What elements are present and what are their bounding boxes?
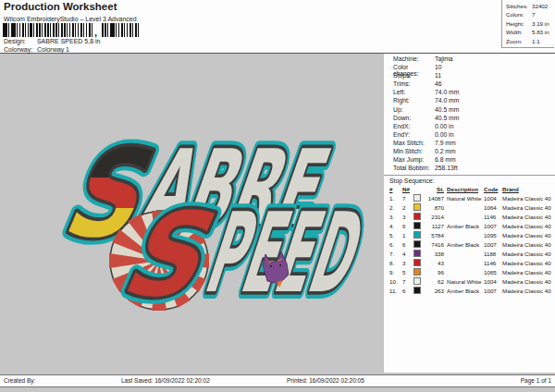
machine-info-list: Machine:Tajima Color changes:10 Stops:11… <box>384 54 555 173</box>
max-stitch-value: 7.9 mm <box>435 140 456 148</box>
col-needle: N# <box>402 186 413 192</box>
design-name: SABRE SPEED 5,8 in <box>37 38 100 44</box>
thread-swatch <box>413 259 421 266</box>
left-value: 74.0 mm <box>435 89 459 97</box>
left-label: Left: <box>393 89 435 97</box>
trims-value: 46 <box>435 80 442 89</box>
color-changes-value: 10 <box>435 64 442 72</box>
stop-sequence-title: Stop Sequence: <box>384 175 555 185</box>
width-value: 5.83 in <box>532 29 549 37</box>
table-row: 6.67416Amber Black1007Madeira Classic 40 <box>384 239 555 249</box>
software-subtitle: Wilcom EmbroideryStudio – Level 3 Advanc… <box>4 16 137 22</box>
design-meta-row: Design: SABRE SPEED 5,8 in <box>4 38 100 44</box>
page-title: Production Worksheet <box>4 1 117 12</box>
height-value: 3.19 in <box>532 20 549 29</box>
height-label: Height: <box>506 20 532 29</box>
embroidery-design-svg: S ABRE S ABRE S ABRE <box>0 53 384 373</box>
table-row: 1.714087Natural White1004Madeira Classic… <box>384 193 555 202</box>
endy-value: 0.00 in <box>435 131 453 140</box>
colorway-meta-row: Colorway: Colorway 1 <box>4 46 69 53</box>
machine-value: Tajima <box>435 55 453 64</box>
down-label: Down: <box>393 115 435 123</box>
table-row: 4.61127Amber Black1007Madeira Classic 40 <box>384 221 555 230</box>
printed-text: Printed: 16/09/2022 02:20:05 <box>287 377 364 384</box>
stops-label: Stops: <box>393 72 435 80</box>
created-by-label: Created By: <box>4 377 35 384</box>
right-value: 74.0 mm <box>435 97 459 105</box>
thread-swatch <box>413 203 421 211</box>
thread-swatch <box>413 287 421 294</box>
thread-swatch <box>413 240 421 248</box>
col-num: # <box>389 186 402 192</box>
barcode-suffix <box>102 23 139 37</box>
endy-label: EndY: <box>393 131 435 140</box>
worksheet-header: Production Worksheet Wilcom EmbroiderySt… <box>0 0 555 54</box>
last-saved-text: Last Saved: 16/09/2022 02:20:02 <box>121 377 210 384</box>
total-bobbin-value: 258.13ft <box>435 165 458 173</box>
col-stitches: St. <box>426 186 447 192</box>
min-stitch-label: Min Stitch: <box>393 148 435 156</box>
col-description: Description <box>447 186 484 192</box>
max-jump-label: Max Jump: <box>393 156 435 165</box>
stitches-label: Stitches: <box>506 3 532 11</box>
thread-swatch <box>413 268 421 276</box>
table-row: 8.3431146Madeira Classic 40 <box>384 258 555 267</box>
thread-swatch <box>413 250 421 257</box>
right-label: Right: <box>393 97 435 105</box>
col-brand: Brand <box>502 186 555 192</box>
colors-label: Colors: <box>506 11 532 19</box>
machine-label: Machine: <box>393 55 435 64</box>
table-row: 10.762Natural White1004Madeira Classic 4… <box>384 276 555 286</box>
table-row: 9.5961065Madeira Classic 40 <box>384 267 555 276</box>
speed-rest-fill: PEED <box>196 189 370 316</box>
total-bobbin-label: Total Bobbin: <box>393 165 435 173</box>
stops-value: 11 <box>435 72 441 80</box>
table-row: 2.28701064Madeira Classic 40 <box>384 202 555 212</box>
table-header-row: # N# St. Description Code Brand <box>384 185 555 193</box>
zoom-value: 1:1 <box>532 38 540 46</box>
color-changes-label: Color changes: <box>393 64 435 72</box>
table-row: 3.323141146Madeira Classic 40 <box>384 212 555 221</box>
min-stitch-value: 0.2 mm <box>435 148 456 156</box>
stitches-value: 32402 <box>532 3 548 11</box>
colorway-name: Colorway 1 <box>37 46 69 53</box>
thread-swatch <box>413 194 421 202</box>
max-stitch-label: Max Stitch: <box>393 140 435 148</box>
info-panel: Machine:Tajima Color changes:10 Stops:11… <box>384 54 555 373</box>
colors-value: 7 <box>532 11 535 19</box>
design-preview-area: S ABRE S ABRE S ABRE <box>0 53 384 373</box>
word-speed: S PEED S PEED S PEED <box>112 188 370 322</box>
thread-swatch <box>413 277 421 285</box>
down-value: 40.5 mm <box>435 115 459 123</box>
endx-label: EndX: <box>393 123 435 131</box>
barcode <box>3 23 94 37</box>
width-label: Width: <box>506 29 532 37</box>
design-stats-box: Stitches:32402 Colors:7 Height:3.19 in W… <box>501 0 554 48</box>
trims-label: Trims: <box>393 80 435 89</box>
table-row: 5.157841095Madeira Classic 40 <box>384 230 555 239</box>
thread-swatch <box>413 222 421 229</box>
barcode-comma: , <box>94 27 97 38</box>
worksheet-footer: Created By: Last Saved: 16/09/2022 02:20… <box>0 374 555 387</box>
design-label: Design: <box>4 38 35 44</box>
thread-swatch <box>413 231 421 239</box>
page-number: Page 1 of 1 <box>521 377 551 384</box>
up-label: Up: <box>393 106 435 115</box>
thread-swatch <box>413 213 421 220</box>
stop-sequence-table: # N# St. Description Code Brand 1.714087… <box>384 185 555 295</box>
max-jump-value: 6.8 mm <box>435 156 456 165</box>
table-row: 7.43381188Madeira Classic 40 <box>384 249 555 258</box>
up-value: 40.5 mm <box>435 106 459 115</box>
col-code: Code <box>484 186 502 192</box>
endx-value: 0.00 in <box>435 123 453 131</box>
colorway-label: Colorway: <box>4 46 35 53</box>
production-worksheet-page: Production Worksheet Wilcom EmbroiderySt… <box>0 0 555 392</box>
table-row: 11.6263Amber Black1007Madeira Classic 40 <box>384 286 555 295</box>
zoom-label: Zoom: <box>506 38 532 46</box>
